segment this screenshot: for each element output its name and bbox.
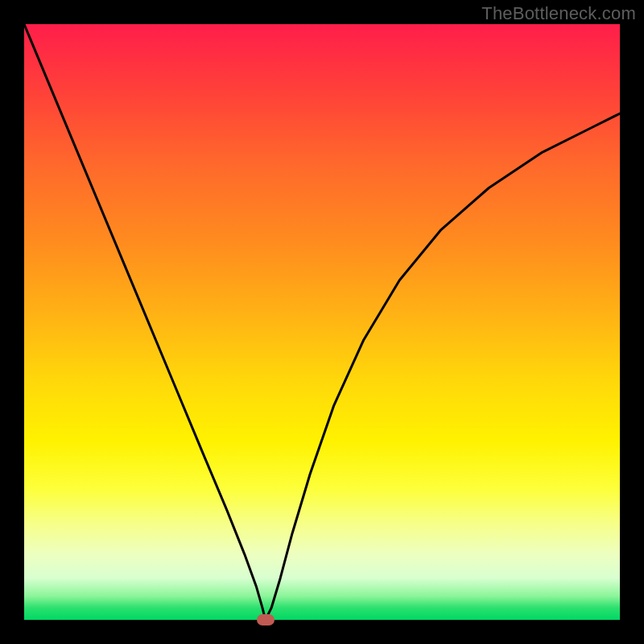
plot-area [24,24,620,620]
curve-svg [24,24,620,620]
chart-frame: TheBottleneck.com [0,0,644,644]
watermark-text: TheBottleneck.com [481,3,636,24]
minimum-marker [257,614,275,625]
bottleneck-curve [24,24,620,620]
